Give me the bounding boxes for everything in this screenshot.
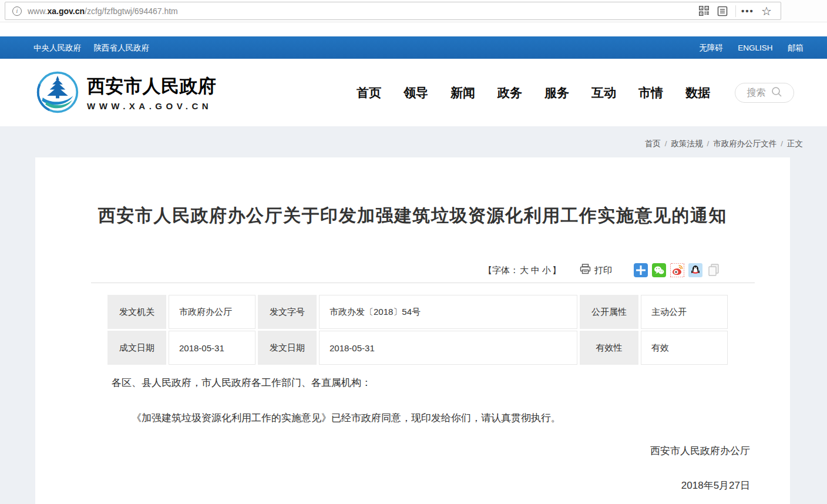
article-paragraph: 《加强建筑垃圾资源化利用工作的实施意见》已经市政府同意，现印发给你们，请认真贯彻… [112, 411, 717, 425]
browser-chrome: i www.xa.gov.cn/zcfg/fzfbgtwj/694467.htm… [0, 0, 827, 22]
site-brand[interactable]: 西安市人民政府 WWW.XA.GOV.CN [87, 76, 217, 111]
site-domain: WWW.XA.GOV.CN [87, 101, 217, 111]
breadcrumb-separator: / [776, 139, 787, 148]
meta-label-written-date: 成文日期 [107, 331, 166, 365]
meta-value-publicity: 主动公开 [641, 295, 728, 329]
link-shaanxi-government[interactable]: 陕西省人民政府 [93, 43, 149, 52]
article-paragraph: 各区、县人民政府，市人民政府各工作部门、各直属机构： [112, 376, 717, 390]
article-title: 西安市人民政府办公厅关于印发加强建筑垃圾资源化利用工作实施意见的通知 [35, 157, 790, 227]
wechat-icon[interactable] [652, 263, 666, 277]
main-nav: 首页 领导 新闻 政务 服务 互动 市情 数据 [357, 59, 732, 126]
site-info-icon[interactable]: i [12, 6, 22, 16]
address-bar[interactable]: i www.xa.gov.cn/zcfg/fzfbgtwj/694467.htm… [5, 2, 781, 20]
article-signature-block: 西安市人民政府办公厅 2018年5月27日 [650, 444, 750, 492]
url-prefix: www. [28, 6, 47, 16]
meta-value-document-number: 市政办发〔2018〕54号 [319, 295, 577, 329]
meta-label-document-number: 发文字号 [258, 295, 317, 329]
site-header: 西安市人民政府 WWW.XA.GOV.CN 首页 领导 新闻 政务 服务 互动 … [0, 59, 827, 126]
url-text[interactable]: www.xa.gov.cn/zcfg/fzfbgtwj/694467.htm [28, 6, 178, 16]
more-actions-icon[interactable]: ••• [741, 4, 755, 18]
address-bar-divider [735, 5, 736, 17]
link-mailbox[interactable]: 邮箱 [788, 43, 804, 52]
copy-icon[interactable] [707, 263, 721, 277]
font-size-medium[interactable]: 中 [531, 265, 540, 275]
nav-data[interactable]: 数据 [685, 85, 710, 101]
toolbar-divider [91, 283, 755, 283]
weibo-icon[interactable] [670, 263, 684, 277]
meta-label-validity: 有效性 [580, 331, 638, 365]
font-size-small[interactable]: 小 [542, 265, 551, 275]
address-bar-actions: ••• ☆ [692, 4, 774, 18]
qq-icon[interactable] [688, 263, 702, 277]
nav-news[interactable]: 新闻 [451, 85, 475, 101]
print-label: 打印 [594, 265, 612, 276]
gov-links-left: 中央人民政府 陕西省人民政府 [33, 42, 159, 53]
nav-city-info[interactable]: 市情 [638, 85, 663, 101]
document-meta-table: 发文机关 市政府办公厅 发文字号 市政办发〔2018〕54号 公开属性 主动公开… [107, 295, 728, 365]
breadcrumb-office-documents[interactable]: 市政府办公厅文件 [713, 139, 776, 148]
reading-mode-icon[interactable] [715, 4, 729, 18]
breadcrumb-separator: / [661, 139, 671, 148]
page-body: 首页/政策法规/市政府办公厅文件/正文 西安市人民政府办公厅关于印发加强建筑垃圾… [0, 126, 827, 504]
article-toolbar: 【字体：大中小】 打印 [483, 263, 721, 277]
font-size-suffix: 】 [552, 265, 561, 275]
meta-label-issue-date: 发文日期 [258, 331, 317, 365]
link-english[interactable]: ENGLISH [738, 43, 772, 52]
url-path: /zcfg/fzfbgtwj/694467.htm [85, 6, 178, 16]
meta-value-written-date: 2018-05-31 [169, 331, 256, 365]
nav-affairs[interactable]: 政务 [497, 85, 522, 101]
breadcrumb-current: 正文 [787, 139, 803, 148]
signature-date: 2018年5月27日 [650, 479, 750, 492]
meta-label-issuing-agency: 发文机关 [107, 295, 166, 329]
search-label: 搜索 [747, 87, 766, 99]
meta-label-publicity: 公开属性 [580, 295, 638, 329]
font-size-prefix: 【字体： [483, 265, 519, 275]
signature-agency: 西安市人民政府办公厅 [650, 444, 750, 458]
printer-icon [580, 264, 591, 277]
font-size-large[interactable]: 大 [520, 265, 529, 275]
breadcrumb: 首页/政策法规/市政府办公厅文件/正文 [645, 139, 803, 149]
site-name: 西安市人民政府 [87, 76, 217, 97]
nav-services[interactable]: 服务 [544, 85, 569, 101]
qr-code-icon[interactable] [697, 4, 711, 18]
search-button[interactable]: 搜索 [735, 83, 794, 103]
site-logo[interactable] [36, 70, 79, 114]
meta-value-validity: 有效 [641, 331, 728, 365]
nav-leadership[interactable]: 领导 [404, 85, 428, 101]
url-domain: xa.gov.cn [47, 6, 85, 16]
print-button[interactable]: 打印 [580, 264, 612, 277]
article-card: 西安市人民政府办公厅关于印发加强建筑垃圾资源化利用工作实施意见的通知 【字体：大… [35, 157, 790, 504]
share-buttons [630, 263, 721, 277]
nav-home[interactable]: 首页 [357, 85, 381, 101]
breadcrumb-home[interactable]: 首页 [645, 139, 661, 148]
meta-value-issuing-agency: 市政府办公厅 [169, 295, 256, 329]
search-icon [771, 86, 782, 100]
gov-links-right: 无障碍 ENGLISH 邮箱 [687, 42, 804, 53]
meta-value-issue-date: 2018-05-31 [319, 331, 577, 365]
font-size-control: 【字体：大中小】 [483, 265, 561, 276]
article-body: 各区、县人民政府，市人民政府各工作部门、各直属机构： 《加强建筑垃圾资源化利用工… [112, 376, 717, 425]
breadcrumb-policies[interactable]: 政策法规 [671, 139, 702, 148]
share-more-icon[interactable] [634, 263, 648, 277]
government-link-bar: 中央人民政府 陕西省人民政府 无障碍 ENGLISH 邮箱 [0, 36, 827, 59]
link-central-government[interactable]: 中央人民政府 [33, 43, 81, 52]
bookmark-star-icon[interactable]: ☆ [759, 4, 774, 18]
breadcrumb-separator: / [702, 139, 713, 148]
nav-interaction[interactable]: 互动 [591, 85, 616, 101]
link-accessibility[interactable]: 无障碍 [699, 43, 723, 52]
